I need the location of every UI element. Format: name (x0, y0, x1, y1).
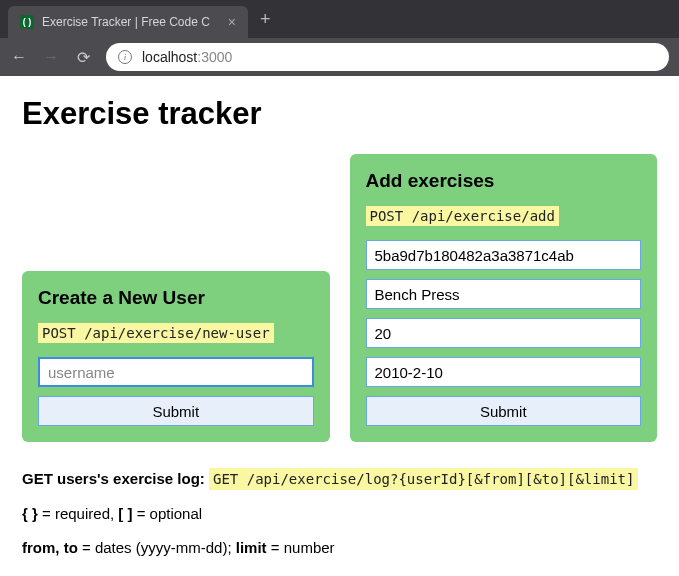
docs-section: GET users's exercise log: GET /api/exerc… (22, 468, 657, 557)
close-icon[interactable]: × (228, 14, 236, 30)
docs-limit-label: limit (236, 539, 267, 556)
info-icon[interactable]: i (118, 50, 132, 64)
docs-log-line: GET users's exercise log: GET /api/exerc… (22, 468, 657, 490)
browser-toolbar: ← → ⟳ i localhost:3000 (0, 38, 679, 76)
docs-log-label: GET users's exercise log: (22, 470, 209, 487)
docs-fromto-label: from, to (22, 539, 78, 556)
cards-row: Create a New User POST /api/exercise/new… (22, 154, 657, 442)
create-user-submit-button[interactable]: Submit (38, 396, 314, 426)
docs-log-endpoint: GET /api/exercise/log?{userId}[&from][&t… (209, 468, 638, 490)
back-button[interactable]: ← (10, 48, 28, 66)
tab-title: Exercise Tracker | Free Code C (42, 15, 220, 29)
add-exercise-card: Add exercises POST /api/exercise/add Sub… (350, 154, 658, 442)
url-bar[interactable]: i localhost:3000 (106, 43, 669, 71)
docs-optional-text: = optional (132, 505, 202, 522)
description-input[interactable] (366, 279, 642, 309)
add-exercise-title: Add exercises (366, 170, 642, 192)
browser-tab[interactable]: ( ) Exercise Tracker | Free Code C × (8, 6, 248, 38)
create-user-card: Create a New User POST /api/exercise/new… (22, 271, 330, 442)
username-input[interactable] (38, 357, 314, 387)
page-title: Exercise tracker (22, 96, 657, 132)
date-input[interactable] (366, 357, 642, 387)
docs-syntax-line: { } = required, [ ] = optional (22, 504, 657, 524)
docs-required-text: = required, (38, 505, 118, 522)
duration-input[interactable] (366, 318, 642, 348)
docs-params-line: from, to = dates (yyyy-mm-dd); limit = n… (22, 538, 657, 558)
forward-button[interactable]: → (42, 48, 60, 66)
tab-bar: ( ) Exercise Tracker | Free Code C × + (0, 0, 679, 38)
docs-required-symbol: { } (22, 505, 38, 522)
create-user-title: Create a New User (38, 287, 314, 309)
page-content: Exercise tracker Create a New User POST … (0, 76, 679, 576)
user-id-input[interactable] (366, 240, 642, 270)
new-tab-button[interactable]: + (248, 5, 283, 34)
docs-optional-symbol: [ ] (118, 505, 132, 522)
add-exercise-endpoint: POST /api/exercise/add (366, 206, 559, 226)
docs-limit-text: = number (267, 539, 335, 556)
reload-button[interactable]: ⟳ (74, 48, 92, 67)
create-user-endpoint: POST /api/exercise/new-user (38, 323, 274, 343)
browser-chrome: ( ) Exercise Tracker | Free Code C × + ←… (0, 0, 679, 76)
add-exercise-submit-button[interactable]: Submit (366, 396, 642, 426)
favicon-icon: ( ) (20, 15, 34, 29)
docs-fromto-text: = dates (yyyy-mm-dd); (78, 539, 236, 556)
url-text: localhost:3000 (142, 49, 232, 65)
